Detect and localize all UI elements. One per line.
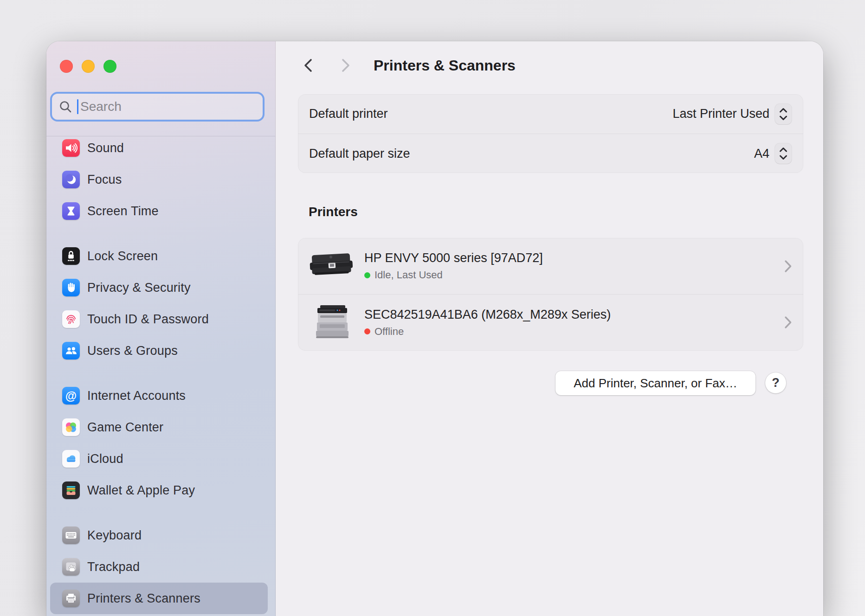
wallet-icon	[62, 481, 80, 499]
sidebar-item-screen-time[interactable]: Screen Time	[50, 195, 268, 227]
zoom-button[interactable]	[103, 60, 116, 73]
laser-printer-image	[308, 305, 356, 340]
default-printer-value: Last Printer Used	[672, 107, 769, 121]
printer-status: Idle, Last Used	[364, 269, 543, 281]
sidebar-item-label: Internet Accounts	[87, 389, 186, 403]
default-printer-row: Default printer Last Printer Used	[298, 94, 803, 134]
sidebar-item-internet-accounts[interactable]: @ Internet Accounts	[50, 380, 268, 411]
fingerprint-icon	[62, 310, 80, 328]
sidebar-item-game-center[interactable]: Game Center	[50, 411, 268, 443]
hand-icon	[62, 279, 80, 296]
sidebar-group: Keyboard	[50, 520, 268, 614]
sidebar-item-label: Screen Time	[87, 204, 159, 218]
sidebar-list: Sound Focus	[50, 132, 268, 616]
sidebar-item-label: Wallet & Apple Pay	[87, 483, 195, 498]
chevron-right-icon	[338, 57, 352, 74]
status-dot-offline	[364, 328, 370, 334]
people-icon	[62, 342, 80, 359]
printer-row-sec[interactable]: SEC842519A41BA6 (M268x_M289x Series) Off…	[298, 294, 803, 350]
default-paper-size-row: Default paper size A4	[298, 134, 803, 173]
default-printer-stepper[interactable]	[775, 104, 792, 124]
status-text: Offline	[374, 326, 404, 338]
status-text: Idle, Last Used	[374, 269, 443, 281]
text-caret	[77, 99, 78, 114]
back-button[interactable]	[298, 55, 319, 76]
up-down-chevrons-icon	[778, 147, 788, 160]
sidebar-item-trackpad[interactable]: Trackpad	[50, 551, 268, 583]
sidebar-item-privacy-security[interactable]: Privacy & Security	[50, 272, 268, 303]
sidebar-item-label: Trackpad	[87, 560, 140, 574]
at-icon: @	[62, 387, 80, 404]
printer-name: HP ENVY 5000 series [97AD72]	[364, 251, 543, 265]
inkjet-printer-image	[308, 249, 356, 283]
sidebar-group: Lock Screen Privacy & Security	[50, 240, 268, 366]
help-button[interactable]: ?	[765, 372, 786, 393]
search-icon	[58, 100, 72, 114]
sidebar-item-keyboard[interactable]: Keyboard	[50, 520, 268, 551]
chevron-left-icon	[302, 57, 316, 74]
speaker-icon	[62, 139, 80, 157]
printer-status: Offline	[364, 326, 611, 338]
sidebar-item-label: Lock Screen	[87, 249, 158, 263]
default-settings-card: Default printer Last Printer Used Defaul…	[298, 94, 803, 173]
printer-name: SEC842519A41BA6 (M268x_M289x Series)	[364, 308, 611, 322]
default-paper-size-label: Default paper size	[309, 147, 410, 161]
minimize-button[interactable]	[82, 60, 95, 73]
chevron-right-icon	[784, 259, 792, 273]
sidebar-item-printers-scanners[interactable]: Printers & Scanners	[50, 583, 268, 614]
keyboard-icon	[62, 526, 80, 544]
default-printer-label: Default printer	[309, 107, 388, 121]
moon-icon	[62, 171, 80, 188]
main-panel: Printers & Scanners Default printer Last…	[276, 41, 823, 616]
close-button[interactable]	[60, 60, 73, 73]
page-title: Printers & Scanners	[374, 57, 516, 74]
lock-icon	[62, 247, 80, 265]
hourglass-icon	[62, 202, 80, 220]
sidebar-item-touch-id[interactable]: Touch ID & Password	[50, 303, 268, 335]
sidebar-item-label: Privacy & Security	[87, 281, 191, 295]
sidebar-item-label: Game Center	[87, 420, 163, 435]
search-input[interactable]: Search	[50, 92, 265, 122]
bubbles-icon	[62, 418, 80, 436]
sidebar-item-sound[interactable]: Sound	[50, 132, 268, 164]
sidebar-group: Sound Focus	[50, 132, 268, 227]
default-paper-size-value: A4	[754, 147, 769, 161]
chevron-right-icon	[784, 315, 792, 329]
add-printer-button[interactable]: Add Printer, Scanner, or Fax…	[555, 371, 755, 395]
sidebar-item-users-groups[interactable]: Users & Groups	[50, 335, 268, 366]
titlebar: Printers & Scanners	[276, 41, 823, 90]
sidebar-item-label: Touch ID & Password	[87, 312, 209, 327]
status-dot-idle	[364, 272, 370, 278]
forward-button[interactable]	[335, 55, 355, 76]
sidebar-item-label: Sound	[87, 141, 124, 155]
up-down-chevrons-icon	[778, 107, 788, 121]
trackpad-icon	[62, 558, 80, 576]
traffic-lights	[60, 60, 116, 73]
cloud-icon	[62, 450, 80, 468]
printer-row-hp-envy[interactable]: HP ENVY 5000 series [97AD72] Idle, Last …	[298, 238, 803, 294]
printer-info: HP ENVY 5000 series [97AD72] Idle, Last …	[364, 251, 543, 281]
sidebar-item-label: Printers & Scanners	[87, 591, 200, 606]
sidebar-item-icloud[interactable]: iCloud	[50, 443, 268, 475]
search-placeholder: Search	[80, 99, 122, 114]
sidebar-item-wallet[interactable]: Wallet & Apple Pay	[50, 475, 268, 506]
default-paper-size-stepper[interactable]	[775, 143, 792, 164]
sidebar-item-label: iCloud	[87, 452, 123, 466]
sidebar-item-lock-screen[interactable]: Lock Screen	[50, 240, 268, 272]
sidebar-item-label: Focus	[87, 173, 122, 187]
sidebar-group: @ Internet Accounts Game Center	[50, 380, 268, 506]
system-settings-window: Search Sound	[46, 41, 823, 616]
printer-icon	[62, 590, 80, 607]
printer-info: SEC842519A41BA6 (M268x_M289x Series) Off…	[364, 308, 611, 338]
printers-heading: Printers	[309, 205, 358, 219]
sidebar-item-label: Users & Groups	[87, 344, 178, 358]
sidebar: Search Sound	[46, 41, 276, 616]
sidebar-item-label: Keyboard	[87, 528, 142, 543]
printers-card: HP ENVY 5000 series [97AD72] Idle, Last …	[298, 238, 803, 351]
sidebar-item-focus[interactable]: Focus	[50, 164, 268, 195]
